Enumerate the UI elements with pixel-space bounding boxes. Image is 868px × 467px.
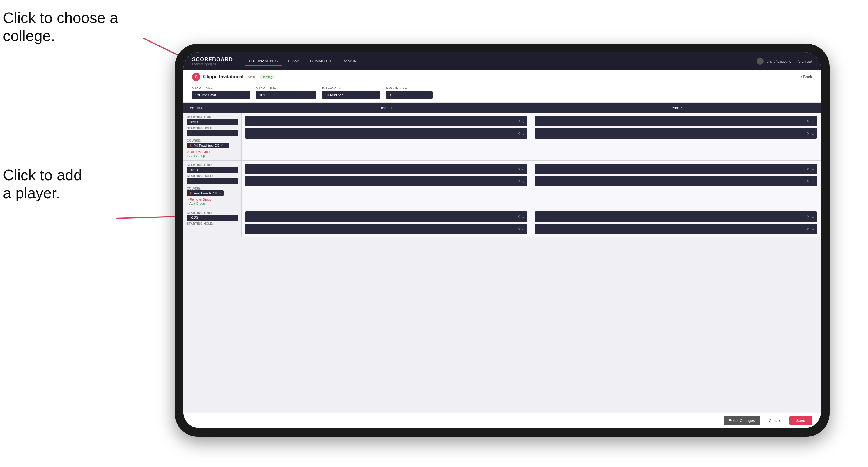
slot-chevron-btn-6-2[interactable]: ⌄ (811, 226, 815, 231)
course-chevron-1[interactable]: ⌄ (224, 144, 227, 147)
slot-chevron-btn-2-2[interactable]: ⌄ (811, 131, 815, 136)
slot-x-btn-5-2[interactable]: ✕ (517, 226, 521, 231)
starting-time-label-1: STARTING TIME: (187, 116, 238, 119)
slot-chevron-btn-3-1[interactable]: ⌄ (522, 166, 525, 171)
tournament-name: Clippd Invitational (203, 74, 244, 80)
slot-actions-3-1: ✕ ⌄ (517, 166, 525, 171)
remove-group-btn-1[interactable]: ○ Remove Group (187, 150, 238, 153)
slot-x-btn-6-2[interactable]: ✕ (807, 226, 810, 231)
reset-button[interactable]: Reset Changes (724, 416, 760, 425)
main-content: Tee Time Team 1 Team 2 STARTING TIME: ST… (183, 103, 821, 413)
tablet-frame: SCOREBOARD Powered by clippd TOURNAMENTS… (175, 44, 830, 437)
slot-chevron-btn-6-1[interactable]: ⌄ (811, 214, 815, 219)
starting-time-input-2[interactable] (187, 167, 238, 173)
starting-time-input-1[interactable] (187, 119, 238, 125)
course-remove-1[interactable]: ✕ (220, 144, 223, 147)
slot-x-btn-6-1[interactable]: ✕ (807, 214, 810, 219)
group-actions-2: ○ Remove Group + Add Group (187, 198, 238, 205)
slot-x-btn-3-1[interactable]: ✕ (517, 166, 521, 171)
player-slot-6-2[interactable]: ✕ ⌄ (535, 224, 817, 234)
start-time-input[interactable] (256, 91, 316, 99)
starting-time-input-3[interactable] (187, 215, 238, 221)
controls-row: Start Type 1st Tee Start Shotgun Start S… (183, 84, 821, 103)
add-group-btn-2[interactable]: + Add Group (187, 202, 238, 205)
group-size-label: Group Size (386, 87, 433, 90)
slot-actions-6-1: ✕ ⌄ (807, 214, 815, 219)
player-slot-3-1[interactable]: ✕ ⌄ (245, 164, 527, 174)
nav-link-teams[interactable]: TEAMS (283, 57, 305, 65)
player-slot-4-2[interactable]: ✕ ⌄ (535, 176, 817, 186)
slot-actions-5-1: ✕ ⌄ (517, 214, 525, 219)
course-remove-2[interactable]: ✕ (215, 191, 217, 195)
app-container: SCOREBOARD Powered by clippd TOURNAMENTS… (183, 53, 821, 428)
player-slot-3-2[interactable]: ✕ ⌄ (245, 176, 527, 186)
slot-x-btn-3-2[interactable]: ✕ (517, 179, 521, 183)
player-slot-1-1[interactable]: ✕ ⌄ (245, 116, 527, 126)
course-tag-1[interactable]: 🏌 (A) Peachtree GC ✕ ⌄ (187, 143, 229, 148)
separator: | (794, 59, 795, 63)
table-header: Tee Time Team 1 Team 2 (183, 103, 821, 113)
player-slot-6-1[interactable]: ✕ ⌄ (535, 211, 817, 222)
slot-chevron-btn-3-2[interactable]: ⌄ (522, 179, 525, 183)
team1-cell-2: ✕ ⌄ ✕ ⌄ (242, 161, 531, 208)
course-tag-2[interactable]: 🏌 East Lake GC ✕ ⌄ (187, 190, 223, 196)
brand-title: SCOREBOARD (192, 57, 233, 63)
slot-x-btn-1-1[interactable]: ✕ (517, 119, 521, 123)
slot-chevron-btn-5-2[interactable]: ⌄ (522, 226, 525, 231)
player-slot-2-2[interactable]: ✕ ⌄ (535, 128, 817, 138)
th-team1: Team 1 (242, 103, 531, 113)
slot-x-btn-4-2[interactable]: ✕ (807, 179, 810, 183)
starting-hole-input-2[interactable] (187, 178, 238, 184)
slot-chevron-btn-4-2[interactable]: ⌄ (811, 179, 815, 183)
nav-link-tournaments[interactable]: TOURNAMENTS (245, 57, 282, 65)
user-email: blair@clippd.io (767, 59, 791, 63)
th-team2: Team 2 (531, 103, 821, 113)
group-left-1: STARTING TIME: STARTING HOLE: COURSE: 🏌 … (183, 113, 242, 160)
nav-link-committee[interactable]: COMMITTEE (306, 57, 337, 65)
slot-x-btn-4-1[interactable]: ✕ (807, 166, 810, 171)
th-tee-time: Tee Time (183, 103, 242, 113)
player-slot-1-2[interactable]: ✕ ⌄ (245, 128, 527, 138)
sub-header-left: C Clippd Invitational (Men) Hosting (192, 73, 275, 81)
slot-chevron-btn-2-1[interactable]: ⌄ (811, 119, 815, 123)
player-slot-2-1[interactable]: ✕ ⌄ (535, 116, 817, 126)
course-name-1: (A) Peachtree GC (194, 144, 219, 147)
schedule-table: Tee Time Team 1 Team 2 STARTING TIME: ST… (183, 103, 821, 237)
starting-time-label-3: STARTING TIME: (187, 211, 238, 215)
slot-chevron-btn-1-2[interactable]: ⌄ (522, 131, 525, 136)
player-slot-5-1[interactable]: ✕ ⌄ (245, 211, 527, 222)
sign-out-link[interactable]: Sign out (798, 59, 812, 63)
remove-group-btn-2[interactable]: ○ Remove Group (187, 198, 238, 201)
slot-actions-3-2: ✕ ⌄ (517, 179, 525, 183)
intervals-select[interactable]: 10 Minutes 8 Minutes 12 Minutes (322, 91, 380, 99)
course-icon-1: 🏌 (189, 144, 193, 147)
slot-actions-4-2: ✕ ⌄ (807, 179, 815, 183)
slot-x-btn-1-2[interactable]: ✕ (517, 131, 521, 136)
slot-actions-1-2: ✕ ⌄ (517, 131, 525, 136)
slot-chevron-btn-5-1[interactable]: ⌄ (522, 214, 525, 219)
course-chevron-2[interactable]: ⌄ (219, 191, 221, 195)
team1-cell-3: ✕ ⌄ ✕ ⌄ (242, 209, 531, 237)
add-group-btn-1[interactable]: + Add Group (187, 154, 238, 157)
annotation-choose-college: Click to choose a college. (3, 9, 118, 45)
slot-chevron-btn-1-1[interactable]: ⌄ (522, 119, 525, 123)
save-button[interactable]: Save (789, 416, 812, 425)
start-type-select[interactable]: 1st Tee Start Shotgun Start (192, 91, 250, 99)
start-type-group: Start Type 1st Tee Start Shotgun Start (192, 87, 250, 99)
slot-chevron-btn-4-1[interactable]: ⌄ (811, 166, 815, 171)
nav-links: TOURNAMENTS TEAMS COMMITTEE RANKINGS (245, 57, 756, 65)
back-button[interactable]: ‹ Back (801, 74, 812, 79)
group-size-select[interactable]: 3 4 2 (386, 91, 433, 99)
slot-x-btn-2-2[interactable]: ✕ (807, 131, 810, 136)
cancel-button[interactable]: Cancel (764, 416, 786, 425)
starting-hole-input-1[interactable] (187, 130, 238, 136)
nav-link-rankings[interactable]: RANKINGS (338, 57, 366, 65)
group-actions-1: ○ Remove Group + Add Group (187, 150, 238, 157)
slot-x-btn-2-1[interactable]: ✕ (807, 119, 810, 123)
player-slot-5-2[interactable]: ✕ ⌄ (245, 224, 527, 234)
user-avatar (756, 58, 764, 65)
intervals-label: Intervals (322, 87, 380, 90)
brand-sub: Powered by clippd (192, 63, 233, 66)
slot-x-btn-5-1[interactable]: ✕ (517, 214, 521, 219)
player-slot-4-1[interactable]: ✕ ⌄ (535, 164, 817, 174)
